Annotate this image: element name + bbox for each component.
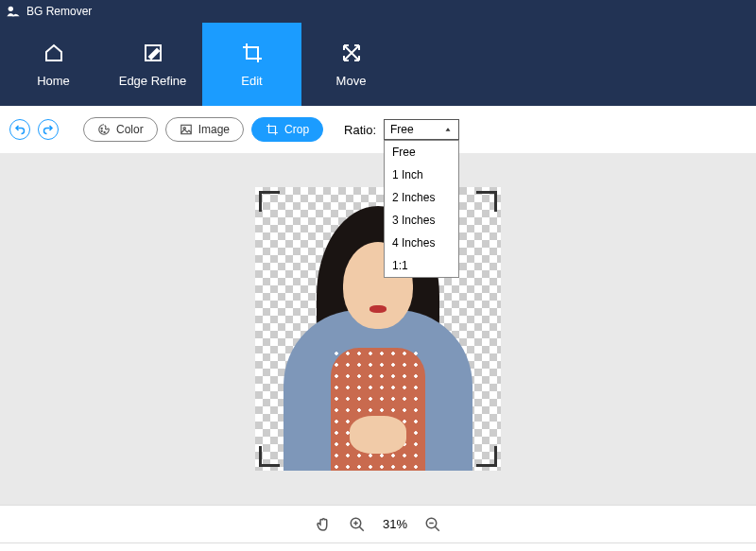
title-bar: BG Remover <box>0 0 756 23</box>
svg-point-4 <box>104 131 105 132</box>
ratio-option[interactable]: 2 Inches <box>385 186 458 209</box>
subject-image <box>255 187 501 471</box>
ratio-select[interactable]: Free Free 1 Inch 2 Inches 3 Inches 4 Inc… <box>384 119 459 140</box>
nav-label: Home <box>37 74 70 88</box>
redo-button[interactable] <box>38 119 59 140</box>
ratio-option[interactable]: 4 Inches <box>385 232 458 254</box>
nav-label: Edit <box>241 74 262 88</box>
svg-point-0 <box>9 7 13 11</box>
redo-icon <box>43 124 54 135</box>
image-stage[interactable] <box>255 187 501 471</box>
nav-label: Edge Refine <box>119 74 187 88</box>
bottom-bar: New Image Download <box>0 542 756 551</box>
zoom-in-icon[interactable] <box>349 516 366 533</box>
nav-edit[interactable]: Edit <box>202 23 301 106</box>
svg-point-2 <box>101 128 102 129</box>
app-title: BG Remover <box>26 5 92 18</box>
nav-label: Move <box>336 74 367 88</box>
ratio-dropdown: Free 1 Inch 2 Inches 3 Inches 4 Inches 1… <box>384 140 459 278</box>
app-logo-icon <box>6 4 21 19</box>
move-icon <box>340 42 363 64</box>
palette-icon <box>97 123 111 136</box>
undo-icon <box>14 124 26 135</box>
color-button[interactable]: Color <box>83 117 158 142</box>
nav-move[interactable]: Move <box>301 23 401 106</box>
ratio-label: Ratio: <box>344 123 376 137</box>
ratio-option[interactable]: Free <box>385 141 458 164</box>
ratio-selected-value: Free <box>390 123 414 136</box>
undo-button[interactable] <box>9 119 30 140</box>
zoom-out-icon[interactable] <box>424 516 441 533</box>
caret-up-icon <box>443 125 453 134</box>
main-nav: Home Edge Refine Edit Move <box>0 23 756 106</box>
zoom-percent: 31% <box>383 517 407 531</box>
image-icon <box>180 123 193 136</box>
nav-edge-refine[interactable]: Edge Refine <box>103 23 202 106</box>
image-button[interactable]: Image <box>165 117 244 142</box>
pan-hand-icon[interactable] <box>315 516 332 533</box>
ratio-option[interactable]: 1 Inch <box>385 164 458 186</box>
image-label: Image <box>198 123 230 136</box>
crop-handle-tr[interactable] <box>476 191 497 212</box>
nav-home[interactable]: Home <box>4 23 103 106</box>
crop-handle-br[interactable] <box>476 446 497 467</box>
color-label: Color <box>116 123 144 136</box>
crop-edit-icon <box>241 42 264 64</box>
ratio-option[interactable]: 3 Inches <box>385 209 458 232</box>
canvas-area <box>0 153 756 505</box>
edit-toolbar: Color Image Crop Ratio: Free Free 1 Inch… <box>0 106 756 153</box>
crop-button[interactable]: Crop <box>251 117 323 142</box>
crop-icon <box>266 123 279 136</box>
zoom-bar: 31% <box>0 505 756 542</box>
edge-refine-icon <box>142 42 164 64</box>
home-icon <box>43 42 65 64</box>
crop-handle-tl[interactable] <box>259 191 280 212</box>
ratio-option[interactable]: 1:1 <box>385 254 458 277</box>
crop-label: Crop <box>284 123 309 136</box>
svg-point-3 <box>101 130 102 131</box>
crop-handle-bl[interactable] <box>259 446 280 467</box>
svg-rect-5 <box>180 125 191 133</box>
